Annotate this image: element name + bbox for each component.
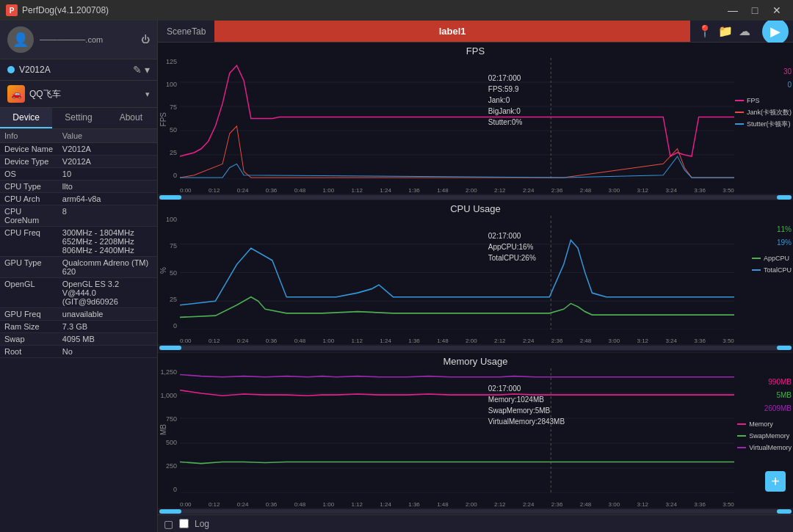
cpu-scrollbar-thumb-left[interactable] [159,346,181,350]
play-button[interactable]: ▶ [762,21,789,45]
device-selector[interactable]: V2012A ✎ ▾ [0,59,157,81]
mem-y-500: 500 [166,439,177,446]
table-row: OpenGLOpenGL ES 3.2 V@444.0 (GIT@9d60926 [0,278,157,308]
profile-name: ────────.com [40,35,135,44]
memory-chart: Memory Usage MB [158,353,793,514]
log-checkbox[interactable] [179,519,189,528]
cpu-scrollbar-thumb-right[interactable] [777,346,792,350]
info-cell: CPU Arch [0,193,58,205]
cpu-legend-app: AppCPU [752,252,792,264]
fps-chart: FPS FPS [158,43,793,200]
device-actions: ✎ ▾ [133,64,150,76]
info-cell: Swap [0,333,58,346]
mem-legend-virtual: VirtualMemory [737,442,792,453]
fps-svg [180,58,734,179]
tab-device[interactable]: Device [0,108,52,128]
fps-y-50: 50 [170,126,177,134]
value-cell: 8 [58,205,157,227]
mem-y-250: 250 [166,462,177,470]
info-cell: GPU Freq [0,308,58,321]
maximize-button[interactable]: □ [745,0,765,21]
fps-stutter-right: 0 [735,79,792,92]
value-cell: Qualcomm Adreno (TM) 620 [58,257,157,278]
device-dropdown-icon[interactable]: ▾ [145,64,150,76]
fps-legend-fps-label: FPS [747,95,760,106]
add-chart-button[interactable]: + [765,471,786,492]
label1-tab[interactable]: label1 [214,21,690,42]
cpu-y-75: 75 [170,242,177,249]
value-cell: 10 [58,168,157,181]
mem-value-right: 990MB [737,376,792,389]
value-cell: arm64-v8a [58,193,157,205]
fps-x-1: 0:12 [209,187,220,194]
fps-y-100: 100 [166,81,177,88]
scene-tab-label[interactable]: SceneTab [158,26,214,37]
info-cell: Ram Size [0,321,58,333]
scene-tab-bar: SceneTab label1 📍 📁 ☁ ▶ [158,21,793,43]
info-cell: CPU Freq [0,227,58,257]
fps-x-10: 2:00 [466,187,477,194]
fps-x-17: 3:24 [665,187,677,194]
memory-scrollbar-thumb-left[interactable] [159,509,181,514]
swap-value-right: 5MB [737,389,792,402]
fps-legend-stutter-label: Stutter(卡顿率) [747,118,791,130]
cpu-scrollbar-track [159,346,792,350]
fps-scrollbar-thumb-right[interactable] [777,195,792,200]
cpu-scrollbar[interactable] [158,344,793,351]
cpu-y-25: 25 [170,296,177,303]
close-button[interactable]: ✕ [767,0,787,21]
app-icon: P [6,4,18,16]
cpu-totalcpu-value: 19% [752,236,792,249]
value-column-header: Value [58,129,157,143]
memory-scrollbar-thumb-right[interactable] [777,509,792,514]
app-game-icon: 🚗 [7,85,25,103]
info-cell: Root [0,346,58,358]
fps-x-15: 3:00 [609,187,620,194]
log-label[interactable]: Log [195,519,209,529]
cpu-appcpu-value: 11% [752,223,792,236]
fps-chart-title: FPS [158,43,793,58]
table-row: OS10 [0,168,157,181]
title-bar: P PerfDog(v4.1.200708) — □ ✕ [0,0,793,21]
cpu-legend-total: TotalCPU [752,264,792,276]
app-dropdown-icon[interactable]: ▾ [145,90,150,99]
fps-legend-stutter: Stutter(卡顿率) [735,118,792,130]
fps-x-5: 1:00 [323,187,335,194]
expand-icon[interactable]: ▢ [164,518,173,530]
main-layout: 👤 ────────.com ⏻ V2012A ✎ ▾ 🚗 QQ飞车 ▾ Dev… [0,21,793,532]
tab-about[interactable]: About [105,108,157,128]
table-row: RootNo [0,346,157,358]
table-row: Swap4095 MB [0,333,157,346]
minimize-button[interactable]: — [723,0,743,21]
folder-icon[interactable]: 📁 [718,24,733,38]
table-row: GPU Frequnavailable [0,308,157,321]
mem-legend-memory: Memory [737,418,792,430]
fps-y-75: 75 [170,103,177,111]
memory-chart-area: MB [158,368,793,508]
fps-scrollbar-thumb-left[interactable] [159,195,181,200]
profile-section: 👤 ────────.com ⏻ [0,21,157,59]
cloud-icon[interactable]: ☁ [739,24,750,38]
memory-scrollbar[interactable] [158,508,793,514]
value-cell: OpenGL ES 3.2 V@444.0 (GIT@9d60926 [58,278,157,308]
window-controls: — □ ✕ [723,0,787,21]
table-row: Ram Size7.3 GB [0,321,157,333]
value-cell: 4095 MB [58,333,157,346]
fps-value-right: 30 [735,65,792,79]
fps-legend-fps: FPS [735,95,792,106]
fps-x-9: 1:48 [437,187,449,194]
fps-x-0: 0:00 [180,187,192,194]
fps-y-25: 25 [170,149,177,156]
value-cell: 7.3 GB [58,321,157,333]
location-icon[interactable]: 📍 [698,24,712,38]
tab-setting[interactable]: Setting [52,108,104,128]
info-cell: OS [0,168,58,181]
fps-x-19: 3:50 [723,187,734,194]
cpu-y-50: 50 [170,269,177,277]
app-selector[interactable]: 🚗 QQ飞车 ▾ [0,81,157,108]
value-cell: V2012A [58,143,157,156]
cpu-chart-area: % 100 75 50 [158,216,793,344]
power-button[interactable]: ⏻ [141,34,150,45]
edit-device-icon[interactable]: ✎ [133,64,142,76]
sidebar-tabs: Device Setting About [0,108,157,129]
